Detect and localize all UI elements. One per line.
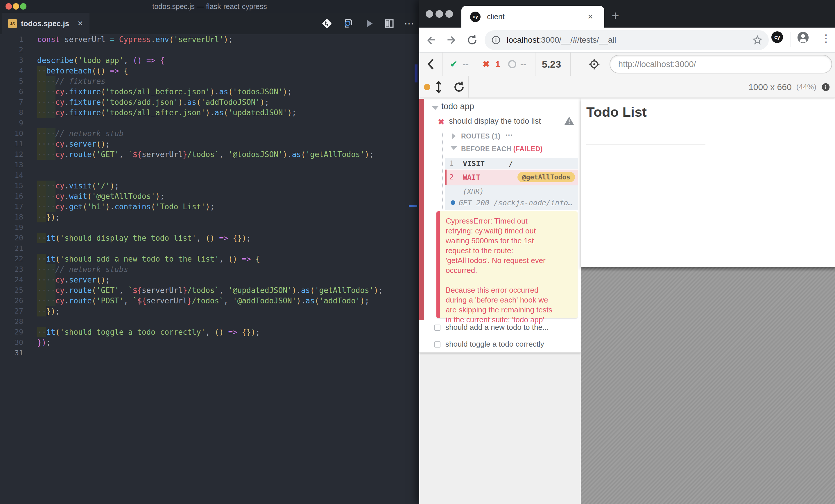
code-line[interactable]: 23····// network stubs	[0, 264, 409, 275]
code-line[interactable]: 15····cy.visit('/');	[0, 181, 409, 191]
command-row-wait-failed[interactable]: 2 WAIT @getAllTodos	[445, 170, 578, 185]
line-number: 29	[0, 327, 23, 337]
reload-icon[interactable]	[466, 34, 478, 46]
route-alias-badge[interactable]: @getAllTodos	[517, 172, 575, 182]
code-line[interactable]: 13	[0, 160, 409, 170]
overview-ruler-cursor-mark	[409, 205, 417, 207]
viewport-info-icon[interactable]	[821, 82, 830, 92]
line-number: 8	[0, 107, 23, 118]
line-number: 16	[0, 191, 23, 202]
code-line[interactable]: 30});	[0, 337, 409, 348]
vscode-titlebar[interactable]: todos.spec.js — flask-react-cypress	[0, 0, 419, 13]
viewport-zoom: (44%)	[796, 82, 816, 91]
code-line[interactable]: 2	[0, 45, 409, 55]
app-url-field[interactable]: http://localhost:3000/	[610, 55, 832, 74]
app-heading: Todo List	[586, 104, 647, 120]
failed-suite-strip	[419, 99, 424, 320]
more-actions-icon[interactable]: ⋯	[404, 19, 414, 28]
command-row-visit[interactable]: 1 VISIT /	[445, 158, 578, 169]
browser-tab-client[interactable]: cy client ✕	[461, 6, 604, 27]
pending-test-title[interactable]: should toggle a todo correctly	[445, 340, 544, 349]
pending-test-checkbox	[434, 324, 441, 331]
code-line[interactable]: 28	[0, 316, 409, 327]
git-compare-icon[interactable]	[321, 18, 333, 29]
hook-collapse-caret[interactable]	[451, 146, 457, 150]
code-line[interactable]: 12····cy.route('GET', `${serverUrl}/todo…	[0, 149, 409, 160]
scroll-updown-icon[interactable]	[434, 81, 444, 94]
command-row-xhr[interactable]: (XHR) GET 200 /sockjs-node/info…	[445, 185, 578, 210]
suite-collapse-caret[interactable]	[432, 106, 439, 110]
code-line[interactable]: 27··});	[0, 306, 409, 316]
line-number: 30	[0, 337, 23, 348]
failed-test-title[interactable]: should display the todo list	[449, 117, 541, 126]
run-code-icon[interactable]	[364, 18, 374, 29]
split-editor-icon[interactable]	[384, 18, 395, 29]
cypress-extension-icon[interactable]: cy	[771, 31, 783, 43]
line-number: 3	[0, 55, 23, 66]
pending-test-title[interactable]: should add a new todo to the...	[445, 323, 549, 332]
command-number: 2	[449, 173, 453, 181]
viewport-crosshair-icon[interactable]	[588, 58, 600, 72]
routes-section-label[interactable]: ROUTES (1)	[461, 132, 500, 140]
code-line[interactable]: 3describe('todo app', () => {	[0, 55, 409, 66]
code-line[interactable]: 20··it('should display the todo list', (…	[0, 233, 409, 243]
hook-section-label[interactable]: BEFORE EACH (FAILED)	[461, 145, 543, 153]
restart-tests-icon[interactable]	[452, 80, 466, 95]
code-line[interactable]: 1const serverUrl = Cypress.env('serverUr…	[0, 34, 409, 45]
status-dot	[424, 84, 430, 90]
code-line[interactable]: 8····cy.fixture('todos/all_after.json').…	[0, 107, 409, 118]
xhr-label: (XHR)	[463, 188, 484, 196]
code-line[interactable]: 21	[0, 243, 409, 254]
code-line[interactable]: 31	[0, 348, 409, 358]
code-line[interactable]: 19	[0, 223, 409, 233]
close-tab-icon[interactable]: ✕	[77, 19, 83, 27]
command-name: WAIT	[463, 173, 480, 182]
close-tab-icon[interactable]: ✕	[588, 13, 593, 21]
new-tab-button[interactable]: +	[608, 9, 623, 23]
editor-tab-todos-spec[interactable]: JS todos.spec.js ✕	[2, 13, 89, 34]
address-bar[interactable]: localhost:3000/__/#/tests/__all	[485, 30, 769, 50]
maximize-window-button[interactable]	[445, 10, 453, 18]
viewport-background	[581, 267, 835, 504]
browser-menu-icon[interactable]: ⋮	[820, 32, 832, 44]
code-line[interactable]: 17····cy.get('h1').contains('Todo List')…	[0, 202, 409, 212]
browser-tab-label: client	[487, 12, 505, 21]
routes-collapse-caret[interactable]	[452, 133, 455, 139]
error-message-box[interactable]: CypressError: Timed out retrying: cy.wai…	[436, 211, 577, 318]
code-area[interactable]: 1const serverUrl = Cypress.env('serverUr…	[0, 34, 409, 358]
header-divider	[468, 76, 469, 98]
routes-more-icon[interactable]: ⋯	[505, 131, 513, 140]
forward-icon[interactable]	[445, 34, 458, 46]
back-chevron-icon[interactable]	[426, 58, 435, 71]
search-preview-icon[interactable]	[342, 17, 354, 29]
code-line[interactable]: 6····cy.fixture('todos/all_before.json')…	[0, 86, 409, 97]
code-line[interactable]: 26····cy.route('POST', `${serverUrl}/tod…	[0, 296, 409, 306]
minimize-window-button[interactable]	[435, 10, 443, 18]
viewport-info: 1000 x 660 (44%)	[749, 76, 830, 98]
test-duration: 5.23	[542, 52, 561, 76]
code-line[interactable]: 4··beforeEach(() => {	[0, 66, 409, 76]
code-line[interactable]: 5····// fixtures	[0, 76, 409, 86]
code-line[interactable]: 22··it('should add a new todo to the lis…	[0, 254, 409, 264]
bookmark-star-icon[interactable]	[752, 35, 763, 46]
code-line[interactable]: 18··});	[0, 212, 409, 223]
code-line[interactable]: 24····cy.server();	[0, 275, 409, 285]
line-number: 9	[0, 118, 23, 128]
close-window-button[interactable]	[426, 10, 433, 18]
profile-avatar[interactable]	[796, 31, 810, 45]
code-line[interactable]: 11····cy.server();	[0, 139, 409, 149]
code-line[interactable]: 10····// network stub	[0, 128, 409, 139]
chrome-titlebar[interactable]: cy client ✕ +	[419, 0, 835, 27]
back-icon[interactable]	[425, 34, 437, 46]
code-line[interactable]: 25····cy.route('GET', `${serverUrl}/todo…	[0, 285, 409, 296]
app-iframe[interactable]: Todo List	[581, 98, 835, 267]
command-number: 1	[449, 160, 453, 168]
code-line[interactable]: 14	[0, 170, 409, 181]
line-number: 24	[0, 275, 23, 285]
code-line[interactable]: 29··it('should toggle a todo correctly',…	[0, 327, 409, 337]
code-line[interactable]: 7····cy.fixture('todos/add.json').as('ad…	[0, 97, 409, 107]
suite-title[interactable]: todo app	[441, 102, 474, 111]
code-line[interactable]: 9	[0, 118, 409, 128]
page-info-icon[interactable]	[491, 35, 501, 45]
code-line[interactable]: 16····cy.wait('@getAllTodos');	[0, 191, 409, 202]
